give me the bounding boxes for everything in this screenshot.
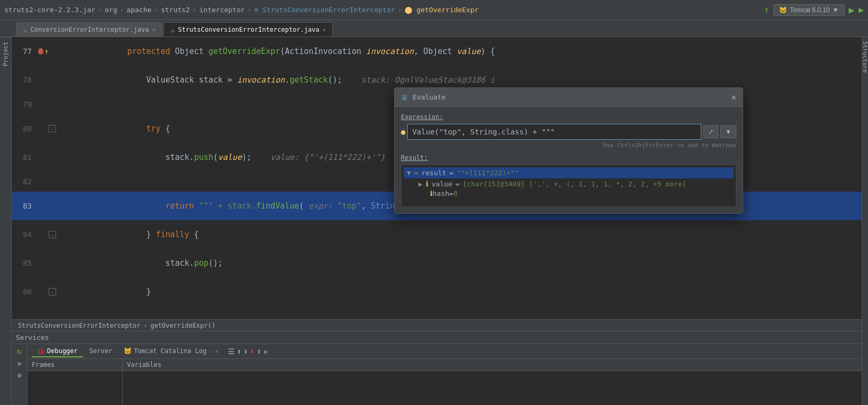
eval-expand-button[interactable]: ⤢ [703, 125, 718, 138]
code-line-85: 85 stack.pop(); [12, 249, 862, 277]
eval-hint-icon: ● [401, 128, 405, 136]
eval-result-val: ""+(111*222)+"" [456, 169, 518, 177]
services-toolbar: ☰ ⬆ ⬇ ⬇ ⬆ ✕ [224, 346, 272, 357]
eval-title-label: Evaluate [413, 93, 446, 101]
eval-hash-eq: = [449, 190, 453, 197]
services-main-area: Frames Variables [28, 359, 862, 405]
tab-conversion-error[interactable]: ☕ ConversionErrorInterceptor.java ✕ [16, 22, 162, 37]
eval-sub-key-value: value [432, 180, 452, 188]
tomcat-selector[interactable]: 🐱 Tomcat 6.0.10 ▼ [773, 4, 844, 16]
gutter-77: ↑ [38, 47, 49, 56]
fold-84[interactable]: - [49, 231, 56, 238]
project-tab[interactable]: Project [0, 37, 11, 70]
run-icon[interactable]: ▶ [849, 4, 855, 15]
top-bar: struts2-core-2.2.3.jar › org › apache › … [0, 0, 868, 20]
line-num-86: 86 [12, 287, 38, 296]
tab-struts-conversion[interactable]: ☕ StrutsConversionErrorInterceptor.java … [163, 22, 333, 37]
fold-86[interactable]: - [49, 288, 56, 295]
tab-close-2[interactable]: ✕ [323, 26, 326, 33]
bottom-nav-class[interactable]: StrutsConversionErrorInterceptor [18, 322, 140, 329]
variables-header: Variables [123, 359, 862, 371]
breadcrumb-class[interactable]: ⊙ StrutsConversionErrorInterceptor [254, 6, 395, 14]
sep1: › [98, 6, 102, 14]
line-num-81: 81 [12, 153, 38, 161]
bottom-nav: StrutsConversionErrorInterceptor › getOv… [12, 319, 862, 331]
eval-titlebar: 🖥 Evaluate ✕ [395, 88, 743, 107]
eval-info-icon-1: ℹ [426, 180, 428, 188]
tabs-bar: ☕ ConversionErrorInterceptor.java ✕ ☕ St… [0, 20, 868, 37]
fold-80[interactable]: - [49, 125, 56, 132]
services-tab-tomcat[interactable]: 🐱Tomcat Catalina Log [118, 346, 212, 357]
eval-sub-expand-icon[interactable]: ▶ [418, 180, 423, 188]
services-tab-debugger[interactable]: 🐞Debugger [32, 346, 83, 357]
tab-close-1[interactable]: ✕ [152, 26, 156, 33]
toolbar-up-icon[interactable]: ⬆ [237, 347, 241, 356]
toolbar-list-icon[interactable]: ☰ [228, 347, 235, 356]
eval-body: Expression: ● ⤢ ▼ Use Ctrl+Shift+Enter t… [395, 107, 743, 213]
frames-panel: Frames [28, 359, 123, 405]
line-num-80: 80 [12, 124, 38, 133]
tab-java-icon-1: ☕ [23, 25, 27, 34]
eval-dropdown-button[interactable]: ▼ [720, 125, 736, 138]
breadcrumb-apache[interactable]: apache [126, 6, 151, 14]
tomcat-label: Tomcat 6.0.10 [790, 6, 829, 14]
breadcrumb: struts2-core-2.2.3.jar › org › apache › … [4, 6, 479, 14]
eval-input-row: ● ⤢ ▼ [401, 124, 736, 140]
services-expand-icon[interactable]: » [17, 359, 22, 368]
line-num-77: 77 [12, 47, 38, 56]
left-side-tabs: Project [0, 37, 12, 405]
line-num-82: 82 [12, 177, 38, 186]
sep3: › [154, 6, 158, 14]
breadcrumb-jar[interactable]: struts2-core-2.2.3.jar [4, 6, 95, 14]
services-tab-server[interactable]: Server [84, 346, 117, 357]
services-left-icons: ↻ » ⚙ [12, 344, 28, 405]
services-tabs: 🐞Debugger Server 🐱Tomcat Catalina Log ✕ … [28, 344, 862, 359]
eval-sub-row-hash[interactable]: ℹ hash = 0 [404, 190, 734, 197]
sep4: › [193, 6, 197, 14]
toolbar-down-icon[interactable]: ⬇ [244, 347, 248, 356]
eval-close-button[interactable]: ✕ [731, 92, 736, 102]
line-num-85: 85 [12, 259, 38, 267]
bottom-nav-method[interactable]: getOverrideExpr() [150, 322, 215, 329]
services-body: ↻ » ⚙ 🐞Debugger Server 🐱Tomcat Catalina … [12, 344, 862, 405]
tab-close-log[interactable]: ✕ [215, 348, 218, 355]
eval-collapse-icon[interactable]: ▼ [407, 169, 411, 177]
toolbar-x-icon[interactable]: ✕ [263, 347, 268, 356]
code-text-86: } [56, 277, 862, 306]
toolbar-remove-icon[interactable]: ⬇ [250, 347, 254, 356]
tab-label-2: StrutsConversionErrorInterceptor.java [178, 26, 319, 33]
eval-input-field[interactable] [407, 124, 701, 140]
eval-sub-val-value: {char[15]@3489} [',', +, (, 1, 1, 1, *, … [463, 180, 687, 188]
eval-infinity-icon: ∞ [414, 169, 418, 177]
debug-icon[interactable]: ▶ [858, 5, 864, 15]
eval-sub-eq-value: = [455, 180, 460, 188]
nav-arrow-icon[interactable]: ↑ [764, 5, 770, 15]
breadcrumb-struts2[interactable]: struts2 [161, 6, 190, 14]
code-line-86: 86 - } [12, 277, 862, 306]
frames-header: Frames [28, 359, 122, 371]
eval-sub-row-value[interactable]: ▶ ℹ value = {char[15]@3489} [',', +, (, … [404, 178, 734, 190]
kw-protected-77: protected [108, 47, 175, 56]
line-num-83: 83 [12, 202, 38, 210]
code-text-84: } finally { [56, 220, 862, 249]
eval-result-label: Result: [401, 154, 736, 161]
breakpoint-77[interactable] [38, 48, 43, 55]
eval-result-main-row[interactable]: ▼ ∞ result = ""+(111*222)+"" [404, 167, 734, 178]
breadcrumb-org[interactable]: org [105, 6, 117, 14]
code-line-84: 84 - } finally { [12, 220, 862, 249]
tomcat-dropdown-icon: ▼ [833, 6, 839, 14]
toolbar-close-icon[interactable]: ⬆ [257, 347, 261, 356]
structure-label[interactable]: Structure [861, 37, 868, 77]
breadcrumb-interceptor[interactable]: interceptor [199, 6, 245, 14]
tomcat-tab-icon: 🐱 [124, 347, 132, 355]
tab-java-icon-2: ☕ [170, 25, 175, 34]
breadcrumb-method[interactable]: ⬤ getOverrideExpr [405, 6, 479, 14]
tab-label-1: ConversionErrorInterceptor.java [30, 26, 149, 33]
arrow-77: ↑ [44, 47, 49, 56]
services-header: Services [12, 331, 862, 344]
eval-result-key: result [422, 169, 446, 177]
services-extra-icon[interactable]: ⚙ [17, 372, 21, 379]
eval-hash-key: hash [433, 190, 449, 197]
services-refresh-icon[interactable]: ↻ [17, 346, 22, 356]
eval-hint-text: Use Ctrl+Shift+Enter to add to Watches [401, 142, 736, 149]
